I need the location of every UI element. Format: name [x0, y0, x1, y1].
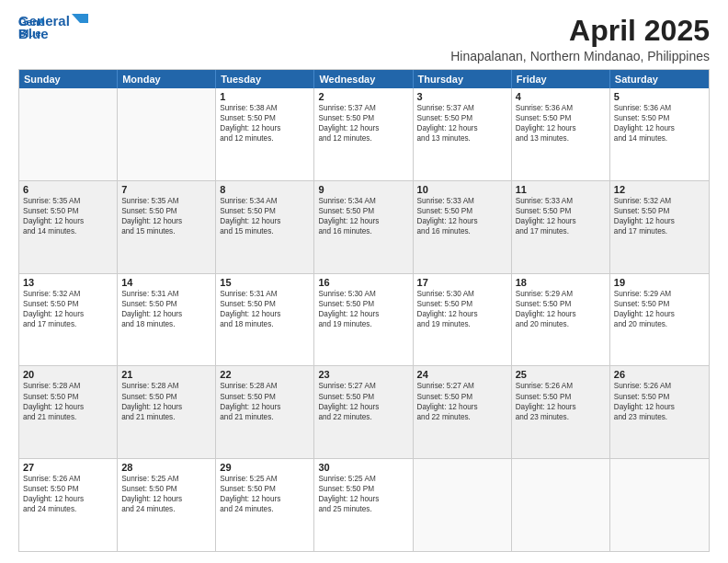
cell-info-line: Sunset: 5:50 PM: [417, 392, 507, 402]
cell-info-line: Sunrise: 5:35 AM: [121, 196, 211, 206]
cell-info-line: and 24 minutes.: [220, 504, 310, 514]
header-day-sunday: Sunday: [19, 70, 118, 88]
cal-cell-12: 12Sunrise: 5:32 AMSunset: 5:50 PMDayligh…: [610, 181, 709, 273]
cell-info-line: Sunset: 5:50 PM: [318, 113, 408, 123]
cell-info-line: Daylight: 12 hours: [318, 402, 408, 412]
cell-info-line: Sunset: 5:50 PM: [516, 299, 606, 309]
day-number: 24: [417, 369, 507, 380]
cell-info-line: Sunrise: 5:34 AM: [318, 196, 408, 206]
cal-cell-27: 27Sunrise: 5:26 AMSunset: 5:50 PMDayligh…: [19, 459, 118, 551]
cell-info-line: and 17 minutes.: [614, 226, 705, 236]
cal-cell-15: 15Sunrise: 5:31 AMSunset: 5:50 PMDayligh…: [216, 274, 314, 366]
header: General Blue General Blue April 2025 Hin…: [18, 15, 710, 63]
day-number: 30: [318, 462, 408, 473]
header-day-tuesday: Tuesday: [216, 70, 314, 88]
cell-info-line: and 19 minutes.: [417, 319, 507, 329]
cell-info-line: Sunrise: 5:35 AM: [23, 196, 113, 206]
cell-info-line: Sunset: 5:50 PM: [417, 299, 507, 309]
cell-info-line: Sunset: 5:50 PM: [318, 299, 408, 309]
cal-cell-10: 10Sunrise: 5:33 AMSunset: 5:50 PMDayligh…: [414, 181, 512, 273]
cell-info-line: and 24 minutes.: [23, 504, 113, 514]
cal-cell-18: 18Sunrise: 5:29 AMSunset: 5:50 PMDayligh…: [512, 274, 610, 366]
cell-info-line: Daylight: 12 hours: [516, 309, 606, 319]
cell-info-line: Sunset: 5:50 PM: [516, 206, 606, 216]
cell-info-line: Sunset: 5:50 PM: [220, 299, 310, 309]
cell-info-line: and 21 minutes.: [23, 412, 113, 422]
cell-info-line: Sunrise: 5:28 AM: [23, 381, 113, 391]
cell-info-line: and 22 minutes.: [417, 412, 507, 422]
cell-info-line: and 12 minutes.: [318, 133, 408, 144]
logo-blue: Blue: [18, 26, 49, 41]
cell-info-line: Sunrise: 5:31 AM: [220, 289, 310, 299]
cell-info-line: and 16 minutes.: [318, 226, 408, 236]
cell-info-line: Daylight: 12 hours: [23, 402, 113, 412]
cell-info-line: Sunrise: 5:27 AM: [318, 381, 408, 391]
cell-info-line: and 25 minutes.: [318, 504, 408, 514]
cell-info-line: and 15 minutes.: [220, 226, 310, 236]
cell-info-line: Daylight: 12 hours: [121, 216, 211, 226]
cell-info-line: and 21 minutes.: [121, 412, 211, 422]
cal-cell-25: 25Sunrise: 5:26 AMSunset: 5:50 PMDayligh…: [512, 366, 610, 458]
cell-info-line: Daylight: 12 hours: [121, 494, 211, 504]
cell-info-line: and 13 minutes.: [417, 133, 507, 144]
cell-info-line: Daylight: 12 hours: [614, 216, 705, 226]
day-number: 1: [220, 91, 310, 102]
subtitle: Hinapalanan, Northern Mindanao, Philippi…: [450, 49, 710, 63]
day-number: 23: [318, 369, 408, 380]
cell-info-line: Daylight: 12 hours: [23, 494, 113, 504]
day-number: 18: [516, 277, 606, 288]
logo-flag-icon: [72, 14, 88, 29]
cell-info-line: Sunset: 5:50 PM: [417, 113, 507, 123]
day-number: 9: [318, 184, 408, 195]
cell-info-line: Sunrise: 5:25 AM: [318, 474, 408, 484]
cell-info-line: Sunset: 5:50 PM: [614, 206, 705, 216]
cal-cell-17: 17Sunrise: 5:30 AMSunset: 5:50 PMDayligh…: [414, 274, 512, 366]
cal-cell-empty-6: [610, 459, 709, 551]
cell-info-line: Daylight: 12 hours: [23, 309, 113, 319]
cell-info-line: Daylight: 12 hours: [417, 216, 507, 226]
cell-info-line: Sunset: 5:50 PM: [318, 392, 408, 402]
cell-info-line: Daylight: 12 hours: [614, 123, 705, 133]
header-day-wednesday: Wednesday: [314, 70, 413, 88]
cell-info-line: Sunrise: 5:29 AM: [516, 289, 606, 299]
cell-info-line: Sunset: 5:50 PM: [318, 484, 408, 494]
cal-cell-28: 28Sunrise: 5:25 AMSunset: 5:50 PMDayligh…: [118, 459, 216, 551]
cell-info-line: Sunrise: 5:36 AM: [516, 103, 606, 113]
cell-info-line: and 22 minutes.: [318, 412, 408, 422]
svg-marker-3: [72, 14, 88, 23]
day-number: 3: [417, 91, 507, 102]
cell-info-line: Sunrise: 5:26 AM: [516, 381, 606, 391]
day-number: 15: [220, 277, 310, 288]
cell-info-line: Daylight: 12 hours: [417, 123, 507, 133]
day-number: 6: [23, 184, 113, 195]
cell-info-line: Sunrise: 5:30 AM: [417, 289, 507, 299]
cell-info-line: and 14 minutes.: [614, 133, 705, 144]
cell-info-line: Sunset: 5:50 PM: [220, 113, 310, 123]
cell-info-line: Daylight: 12 hours: [417, 309, 507, 319]
week-row-2: 6Sunrise: 5:35 AMSunset: 5:50 PMDaylight…: [19, 181, 709, 274]
cal-cell-22: 22Sunrise: 5:28 AMSunset: 5:50 PMDayligh…: [216, 366, 314, 458]
cell-info-line: Daylight: 12 hours: [318, 216, 408, 226]
cell-info-line: Sunrise: 5:26 AM: [614, 381, 705, 391]
cal-cell-empty-5: [512, 459, 610, 551]
cal-cell-13: 13Sunrise: 5:32 AMSunset: 5:50 PMDayligh…: [19, 274, 118, 366]
cell-info-line: and 18 minutes.: [220, 319, 310, 329]
cal-cell-3: 3Sunrise: 5:37 AMSunset: 5:50 PMDaylight…: [414, 88, 512, 180]
cell-info-line: and 13 minutes.: [516, 133, 606, 144]
cell-info-line: Sunset: 5:50 PM: [220, 484, 310, 494]
cell-info-line: Sunrise: 5:36 AM: [614, 103, 705, 113]
cell-info-line: and 12 minutes.: [220, 133, 310, 144]
cal-cell-empty-4: [414, 459, 512, 551]
cell-info-line: Sunrise: 5:25 AM: [121, 474, 211, 484]
cell-info-line: and 23 minutes.: [516, 412, 606, 422]
cell-info-line: Daylight: 12 hours: [318, 123, 408, 133]
day-number: 17: [417, 277, 507, 288]
cell-info-line: Sunrise: 5:31 AM: [121, 289, 211, 299]
cell-info-line: Daylight: 12 hours: [220, 309, 310, 319]
cal-cell-empty-0: [19, 88, 118, 180]
cell-info-line: Sunset: 5:50 PM: [417, 206, 507, 216]
cell-info-line: and 21 minutes.: [220, 412, 310, 422]
cell-info-line: Daylight: 12 hours: [23, 216, 113, 226]
cell-info-line: Sunrise: 5:34 AM: [220, 196, 310, 206]
cell-info-line: Daylight: 12 hours: [614, 402, 705, 412]
